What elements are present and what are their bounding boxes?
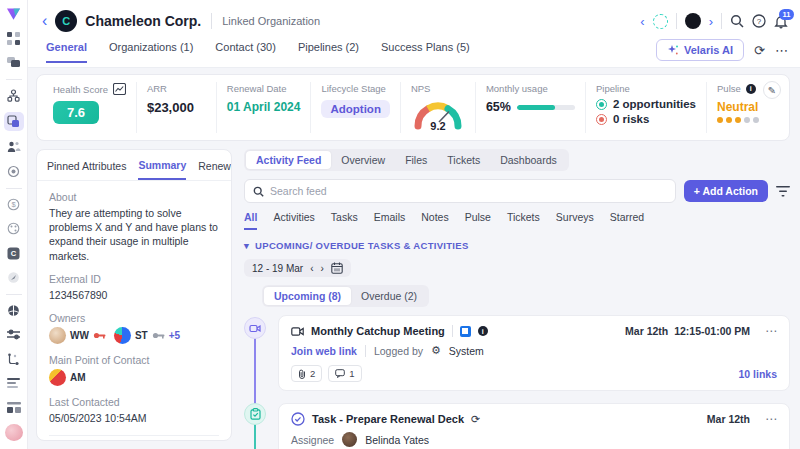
contacts-icon[interactable]: [4, 139, 24, 155]
user-avatar[interactable]: [5, 424, 23, 441]
prev-org-icon[interactable]: ‹: [640, 14, 644, 29]
next-week-icon[interactable]: ›: [320, 263, 323, 274]
edit-kpis-icon[interactable]: ✎: [763, 81, 781, 99]
prev-week-icon[interactable]: ‹: [310, 263, 313, 274]
join-web-link[interactable]: Join web link: [291, 345, 357, 357]
tab-activity-feed[interactable]: Activity Feed: [246, 151, 331, 169]
org-avatar-1[interactable]: [653, 14, 668, 29]
task-title[interactable]: Task - Prepare Renewal Deck: [312, 413, 464, 425]
divider: [452, 325, 453, 337]
tab-pinned-attributes[interactable]: Pinned Attributes: [47, 160, 126, 179]
owner-avatar[interactable]: [114, 327, 131, 344]
pulse-info-icon[interactable]: i: [746, 84, 756, 94]
assignee-avatar[interactable]: [342, 432, 357, 447]
divider: [721, 13, 722, 29]
notifications-bell-icon[interactable]: 11: [774, 14, 788, 29]
more-options-icon[interactable]: ⋯: [775, 43, 788, 58]
sliders-icon[interactable]: [4, 327, 24, 343]
revenue-icon[interactable]: $: [4, 197, 24, 213]
filter-notes[interactable]: Notes: [421, 211, 448, 230]
tab-tickets[interactable]: Tickets: [437, 151, 490, 169]
organizations-icon[interactable]: [4, 112, 24, 131]
tab-renewal[interactable]: Renewal: [198, 160, 232, 179]
tab-upcoming[interactable]: Upcoming (8): [264, 287, 351, 305]
help-icon[interactable]: ?: [752, 14, 766, 28]
lifecycle-stage-badge[interactable]: Adoption: [321, 100, 389, 118]
meeting-links[interactable]: 10 links: [738, 368, 777, 380]
tab-dashboards[interactable]: Dashboards: [490, 151, 567, 169]
pipeline-metric: Pipeline 2 opportunities 0 risks: [585, 82, 706, 133]
velaris-logo[interactable]: [4, 6, 24, 22]
tab-organizations[interactable]: Organizations (1): [109, 41, 193, 63]
notes-icon[interactable]: [4, 375, 24, 391]
opportunities-value[interactable]: 2 opportunities: [613, 98, 696, 110]
divider: [365, 345, 366, 357]
key-icon-gray: [152, 331, 165, 340]
search-icon[interactable]: [730, 14, 744, 28]
more-owners[interactable]: +5: [169, 330, 180, 341]
palette-icon[interactable]: [4, 221, 24, 237]
velaris-ai-button[interactable]: Velaris AI: [656, 39, 744, 61]
boards-icon[interactable]: [4, 400, 24, 416]
filter-tasks[interactable]: Tasks: [331, 211, 358, 230]
info-icon[interactable]: i: [478, 326, 488, 336]
date-range-picker[interactable]: 12 - 19 Mar ‹ ›: [244, 259, 351, 277]
divider: [676, 13, 677, 29]
contact-initials: AM: [70, 372, 86, 383]
tab-success-plans[interactable]: Success Plans (5): [381, 41, 470, 63]
owner-avatar[interactable]: [49, 327, 66, 344]
back-icon[interactable]: ‹: [42, 12, 47, 30]
filter-starred[interactable]: Starred: [610, 211, 644, 230]
comments-badge[interactable]: 1: [328, 365, 361, 382]
filter-all[interactable]: All: [244, 211, 257, 230]
main-area: ‹ C Chameleon Corp. Linked Organization …: [28, 0, 800, 449]
tab-overview[interactable]: Overview: [331, 151, 395, 169]
pulse-value: Neutral: [717, 100, 773, 114]
product-icon[interactable]: [4, 303, 24, 319]
filter-tickets[interactable]: Tickets: [507, 211, 540, 230]
tab-pipelines[interactable]: Pipelines (2): [298, 41, 359, 63]
dashboard-icon[interactable]: [4, 30, 24, 46]
meeting-more-icon[interactable]: ⋯: [765, 324, 777, 338]
org-avatar-2[interactable]: [685, 13, 701, 29]
conversations-icon[interactable]: [4, 55, 24, 71]
refresh-icon[interactable]: ⟳: [754, 43, 765, 58]
top-bar: ‹ C Chameleon Corp. Linked Organization …: [28, 0, 800, 68]
tab-general[interactable]: General: [46, 41, 87, 63]
tab-overdue[interactable]: Overdue (2): [351, 287, 427, 305]
filter-surveys[interactable]: Surveys: [556, 211, 594, 230]
calendar-icon[interactable]: [331, 262, 343, 274]
task-more-icon[interactable]: ⋯: [765, 412, 777, 426]
filter-emails[interactable]: Emails: [374, 211, 406, 230]
check-circle-icon[interactable]: [291, 412, 305, 426]
health-score-value[interactable]: 7.6: [53, 101, 99, 124]
pipeline-label: Pipeline: [596, 83, 696, 94]
task-card[interactable]: Task - Prepare Renewal Deck ⟳ Mar 12th ⋯…: [278, 403, 790, 449]
c-app-icon[interactable]: C: [4, 245, 24, 261]
external-id-label: External ID: [49, 273, 219, 285]
filter-activities[interactable]: Activities: [273, 211, 314, 230]
add-action-button[interactable]: + Add Action: [684, 180, 768, 202]
meeting-card[interactable]: Monthly Catchup Meeting i Mar 12th 12:15…: [278, 315, 790, 391]
filter-pulse[interactable]: Pulse: [465, 211, 491, 230]
pulse-label: Pulse: [717, 83, 741, 94]
goals-icon[interactable]: [4, 163, 24, 179]
trend-chart-icon[interactable]: [113, 83, 126, 95]
risks-value[interactable]: 0 risks: [613, 113, 649, 125]
meeting-title[interactable]: Monthly Catchup Meeting: [311, 325, 445, 337]
search-feed-input[interactable]: [270, 185, 667, 197]
attachments-badge[interactable]: 2: [291, 365, 322, 382]
upcoming-section-header[interactable]: ▾ UPCOMING/ OVERDUE TASKS & ACTIVITIES: [244, 240, 790, 251]
tab-contact[interactable]: Contact (30): [215, 41, 276, 63]
journey-icon[interactable]: [4, 351, 24, 367]
contact-avatar[interactable]: [49, 369, 66, 386]
tab-files[interactable]: Files: [395, 151, 437, 169]
org-chart-icon[interactable]: [4, 88, 24, 104]
arr-metric: ARR $23,000: [136, 82, 216, 133]
filter-icon[interactable]: [776, 186, 790, 197]
tab-summary[interactable]: Summary: [138, 159, 186, 180]
compass-icon[interactable]: [4, 269, 24, 285]
main-contact-row: AM: [49, 369, 219, 386]
next-org-icon[interactable]: ›: [709, 14, 713, 29]
rail-divider: [6, 79, 22, 80]
